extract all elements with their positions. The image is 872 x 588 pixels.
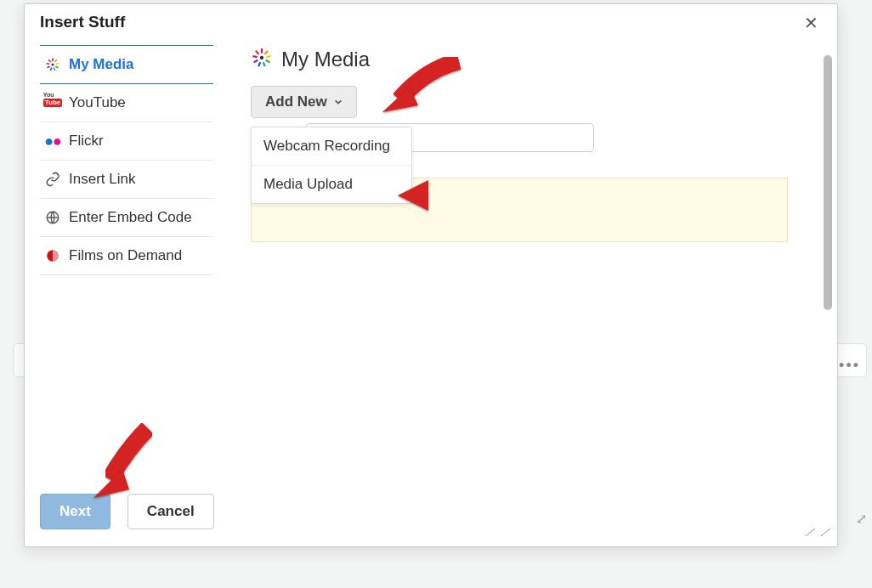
globe-icon — [45, 210, 60, 225]
close-icon[interactable]: ✕ — [801, 13, 822, 33]
sidebar-item-youtube[interactable]: Tube YouTube — [40, 84, 213, 122]
expand-icon[interactable]: ⤢ — [856, 511, 867, 527]
svg-rect-0 — [52, 59, 54, 62]
svg-rect-12 — [261, 48, 263, 53]
svg-rect-3 — [55, 65, 59, 68]
dropdown-item-webcam[interactable]: Webcam Recording — [252, 127, 411, 166]
svg-point-9 — [52, 64, 54, 66]
dialog-title: Insert Stuff — [40, 13, 125, 31]
films-on-demand-icon — [45, 248, 60, 263]
svg-rect-16 — [263, 62, 266, 67]
cancel-button[interactable]: Cancel — [127, 494, 214, 529]
svg-rect-7 — [46, 63, 49, 65]
kaltura-icon — [251, 47, 273, 72]
sidebar-item-films-on-demand[interactable]: Films on Demand — [40, 237, 213, 275]
sidebar-item-label: YouTube — [69, 94, 126, 111]
dropdown-item-label: Media Upload — [263, 176, 353, 192]
next-button[interactable]: Next — [40, 494, 110, 529]
add-new-dropdown: Webcam Recording Media Upload — [251, 127, 412, 204]
chevron-down-icon — [334, 93, 343, 110]
svg-rect-14 — [266, 55, 271, 58]
svg-rect-5 — [50, 67, 53, 71]
dialog-header: Insert Stuff ✕ — [25, 4, 837, 38]
sidebar-item-flickr[interactable]: ●● Flickr — [40, 122, 213, 161]
svg-point-21 — [260, 56, 263, 59]
dropdown-item-media-upload[interactable]: Media Upload — [252, 166, 411, 203]
panel-title: My Media — [281, 48, 370, 71]
scrollbar[interactable] — [824, 55, 832, 310]
svg-rect-2 — [56, 63, 59, 65]
sidebar-item-label: Enter Embed Code — [69, 209, 192, 226]
dialog-body: My Media Tube YouTube ●● Flickr — [25, 38, 837, 482]
dialog-footer: Next Cancel — [25, 482, 837, 546]
youtube-icon: Tube — [45, 95, 60, 110]
svg-rect-6 — [47, 65, 50, 68]
flickr-icon: ●● — [45, 133, 60, 149]
ellipsis-icon[interactable]: ••• — [839, 357, 860, 375]
dropdown-item-label: Webcam Recording — [263, 138, 390, 154]
svg-rect-20 — [255, 50, 259, 55]
svg-rect-17 — [258, 62, 261, 67]
svg-rect-18 — [253, 59, 258, 64]
svg-rect-19 — [252, 55, 258, 58]
svg-rect-13 — [264, 50, 269, 55]
svg-rect-4 — [54, 67, 56, 71]
main-panel: My Media Add New Webcam Recording Media … — [213, 38, 834, 482]
sidebar-item-my-media[interactable]: My Media — [40, 45, 213, 84]
panel-header: My Media — [251, 47, 813, 72]
svg-rect-1 — [54, 59, 58, 63]
insert-stuff-dialog: Insert Stuff ✕ — [24, 3, 838, 547]
sidebar-item-insert-link[interactable]: Insert Link — [40, 161, 213, 199]
resize-grip-icon[interactable]: ⟋⟋ — [801, 523, 832, 541]
sidebar-item-label: Flickr — [69, 133, 104, 150]
sidebar-item-label: Films on Demand — [69, 247, 182, 264]
sidebar-item-label: My Media — [69, 56, 134, 73]
svg-rect-8 — [48, 59, 52, 63]
link-icon — [45, 172, 60, 187]
svg-rect-15 — [265, 59, 270, 64]
sidebar: My Media Tube YouTube ●● Flickr — [40, 38, 213, 482]
sidebar-item-embed-code[interactable]: Enter Embed Code — [40, 199, 213, 237]
add-new-label: Add New — [265, 93, 327, 110]
sidebar-item-label: Insert Link — [69, 171, 135, 188]
add-new-button[interactable]: Add New — [251, 86, 357, 118]
kaltura-icon — [45, 57, 60, 72]
